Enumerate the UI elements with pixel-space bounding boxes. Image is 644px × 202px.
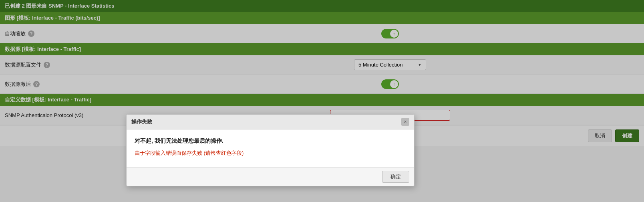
datasource-activate-help-icon[interactable]: ? [33,81,40,87]
datasource-profile-control: 5 Minute Collection ▼ [141,59,639,70]
datasource-section-header: 数据源 [模板: Interface - Traffic] [0,43,644,55]
modal-error-message: 由于字段输入错误而保存失败 (请检查红色字段) [135,149,406,157]
datasource-activate-row: 数据源激活 ? [0,75,644,94]
auto-scale-label: 自动缩放 [5,30,26,37]
auto-scale-label-group: 自动缩放 ? [5,30,141,37]
auto-scale-control [141,29,639,38]
datasource-profile-row: 数据源配置文件 ? 5 Minute Collection ▼ [0,55,644,75]
datasource-activate-control [141,79,639,89]
datasource-profile-dropdown-value: 5 Minute Collection [358,62,403,68]
modal-main-message: 对不起, 我们无法处理您最后的操作. [135,137,406,145]
auto-scale-toggle[interactable] [381,29,399,38]
modal-confirm-button[interactable]: 确定 [382,171,409,183]
chevron-down-icon: ▼ [418,63,422,67]
datasource-profile-help-icon[interactable]: ? [44,62,50,68]
datasource-profile-label: 数据源配置文件 [5,61,41,69]
modal-header: 操作失败 × [127,115,414,129]
auto-scale-help-icon[interactable]: ? [28,30,34,37]
custom-section-header: 自定义数据 [模板: Interface - Traffic] [0,94,644,106]
datasource-profile-dropdown[interactable]: 5 Minute Collection ▼ [354,59,426,70]
datasource-activate-toggle[interactable] [381,79,399,89]
graph-section-header: 图形 [模板: Interface - Traffic (bits/sec)] [0,12,644,24]
datasource-activate-toggle-knob [390,80,398,88]
modal-title: 操作失败 [131,118,152,125]
datasource-profile-label-group: 数据源配置文件 ? [5,61,141,69]
auto-scale-toggle-knob [390,30,398,38]
modal-body: 对不起, 我们无法处理您最后的操作. 由于字段输入错误而保存失败 (请检查红色字… [127,129,414,167]
cancel-button[interactable]: 取消 [588,129,612,142]
create-button[interactable]: 创建 [615,129,639,142]
error-modal: 操作失败 × 对不起, 我们无法处理您最后的操作. 由于字段输入错误而保存失败 … [126,114,415,186]
datasource-activate-label-group: 数据源激活 ? [5,81,141,88]
page-header: 已创建 2 图形来自 SNMP - Interface Statistics [0,0,644,12]
page-header-title: 已创建 2 图形来自 SNMP - Interface Statistics [5,3,115,9]
auto-scale-row: 自动缩放 ? [0,24,644,43]
datasource-activate-label: 数据源激活 [5,81,31,88]
snmp-auth-label-group: SNMP Authenticaion Protocol (v3) [5,112,141,118]
modal-footer: 确定 [127,167,414,186]
modal-close-button[interactable]: × [401,118,409,126]
snmp-auth-label: SNMP Authenticaion Protocol (v3) [5,112,83,118]
